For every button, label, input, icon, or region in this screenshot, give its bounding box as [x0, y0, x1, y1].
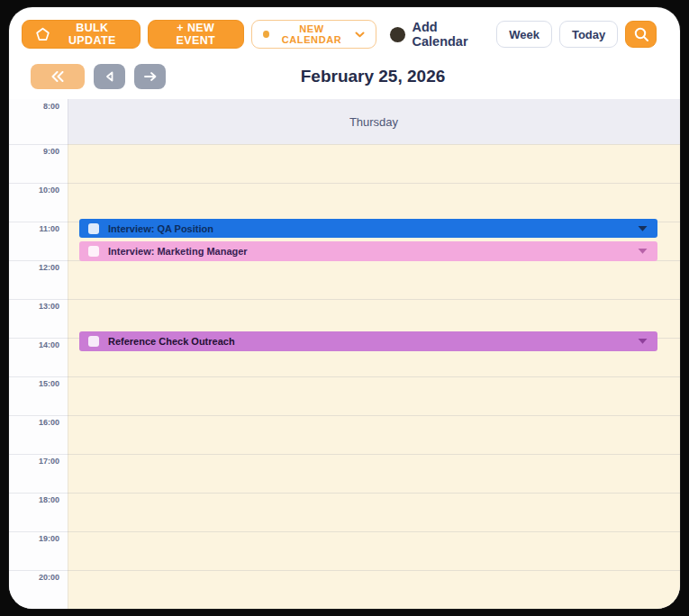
hour-gridline — [9, 570, 680, 571]
event-checkbox-icon — [88, 223, 99, 234]
calendar-select-dropdown[interactable]: NEW CALENDAR — [251, 20, 376, 49]
time-label: 8:00 — [9, 102, 59, 111]
event-bar[interactable]: Interview: Marketing Manager — [79, 241, 657, 261]
prev-week-button[interactable] — [31, 64, 85, 89]
hour-gridline — [9, 454, 680, 455]
event-bar[interactable]: Reference Check Outreach — [79, 331, 657, 351]
double-chevron-left-icon — [50, 71, 65, 82]
bulk-update-label: BULK UPDATE — [58, 22, 127, 47]
time-label: 20:00 — [9, 573, 59, 582]
time-label: 10:00 — [9, 186, 59, 195]
pentagon-icon — [35, 27, 50, 42]
time-label: 17:00 — [9, 457, 59, 466]
time-label: 16:00 — [9, 418, 59, 427]
new-event-button[interactable]: + NEW EVENT — [148, 20, 244, 49]
hour-gridline — [9, 415, 680, 416]
calendar-app-window: BULK UPDATE + NEW EVENT NEW CALENDAR Add… — [9, 7, 680, 609]
event-checkbox-icon — [88, 336, 99, 347]
time-label: 9:00 — [9, 147, 59, 156]
time-label: 14:00 — [9, 340, 59, 349]
event-chevron-down-icon[interactable] — [637, 248, 648, 255]
search-button[interactable] — [625, 21, 657, 48]
today-label: Today — [572, 28, 605, 41]
time-label: 12:00 — [9, 263, 59, 272]
new-event-label: + NEW EVENT — [161, 22, 231, 47]
time-grid: Thursday 8:009:0010:0011:0012:0013:0014:… — [9, 99, 680, 609]
toolbar: BULK UPDATE + NEW EVENT NEW CALENDAR Add… — [22, 20, 657, 49]
search-icon — [633, 26, 649, 42]
hour-gridline — [9, 493, 680, 494]
week-label: Week — [509, 28, 539, 41]
event-chevron-down-icon[interactable] — [637, 225, 648, 232]
event-bar[interactable]: Interview: QA Position — [79, 219, 657, 238]
event-title: Interview: QA Position — [108, 223, 213, 234]
hour-gridline — [9, 376, 680, 377]
bulk-update-button[interactable]: BULK UPDATE — [22, 20, 141, 49]
hour-gridline — [9, 144, 680, 145]
event-title: Reference Check Outreach — [108, 336, 235, 347]
week-view-button[interactable]: Week — [496, 21, 552, 48]
gutter-divider — [68, 99, 68, 609]
time-label: 13:00 — [9, 302, 59, 311]
event-chevron-down-icon[interactable] — [637, 338, 648, 345]
date-title: February 25, 2026 — [89, 63, 657, 90]
nav-row: February 25, 2026 — [31, 63, 657, 90]
time-label: 15:00 — [9, 379, 59, 388]
event-title: Interview: Marketing Manager — [108, 246, 248, 257]
day-name-label: Thursday — [349, 115, 398, 129]
today-button[interactable]: Today — [559, 21, 618, 48]
time-gutter — [9, 99, 68, 609]
add-calendar-label: Add Calendar — [412, 20, 483, 49]
chevron-down-icon — [355, 32, 365, 38]
add-calendar-button[interactable]: Add Calendar — [389, 20, 483, 49]
time-label: 19:00 — [9, 534, 59, 543]
hour-gridline — [9, 531, 680, 532]
time-label: 18:00 — [9, 495, 59, 504]
hour-gridline — [9, 183, 680, 184]
calendar-color-dot-icon — [263, 31, 269, 38]
add-calendar-icon — [389, 26, 406, 43]
calendar-select-label: NEW CALENDAR — [276, 23, 349, 45]
event-checkbox-icon — [88, 246, 99, 257]
day-header-band: Thursday — [68, 99, 680, 144]
time-label: 11:00 — [9, 224, 59, 233]
hour-gridline — [9, 299, 680, 300]
